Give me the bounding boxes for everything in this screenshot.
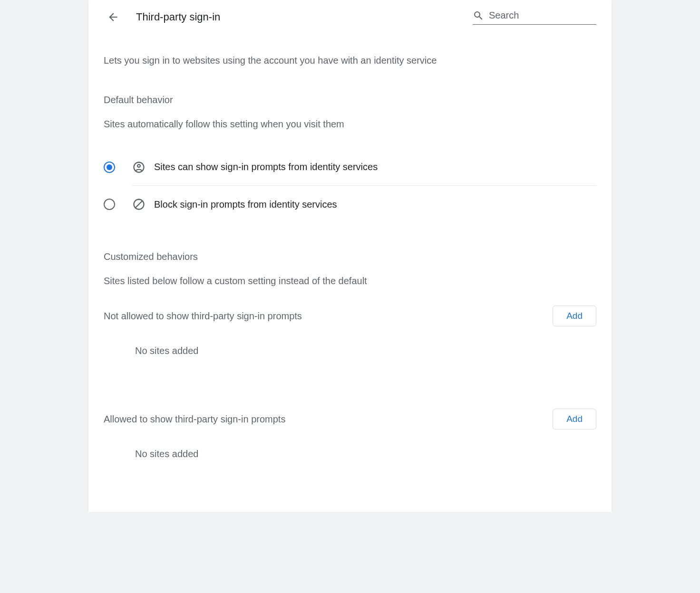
radio-inner-dot [107,164,112,170]
page-description: Lets you sign in to websites using the a… [104,55,596,66]
radio-label-block: Block sign-in prompts from identity serv… [154,199,337,210]
account-circle-icon [132,161,146,174]
add-allowed-button[interactable]: Add [553,409,596,430]
customized-subtext: Sites listed below follow a custom setti… [104,276,596,287]
not-allowed-empty: No sites added [135,345,596,356]
allowed-title: Allowed to show third-party sign-in prom… [104,414,285,425]
default-behavior-section: Default behavior Sites automatically fol… [104,95,596,223]
back-arrow-icon [107,11,119,23]
spacer [104,223,596,251]
radio-option-allow[interactable]: Sites can show sign-in prompts from iden… [104,149,596,186]
radio-button-unchecked [104,199,115,210]
radio-group: Sites can show sign-in prompts from iden… [104,149,596,223]
not-allowed-section: Not allowed to show third-party sign-in … [104,306,596,356]
settings-page: Third-party sign-in Lets you sign in to … [88,0,612,512]
radio-option-block[interactable]: Block sign-in prompts from identity serv… [104,186,596,223]
default-behavior-subtext: Sites automatically follow this setting … [104,119,596,130]
back-button[interactable] [104,8,123,27]
add-not-allowed-button[interactable]: Add [553,306,596,326]
allowed-section: Allowed to show third-party sign-in prom… [104,409,596,459]
not-allowed-title: Not allowed to show third-party sign-in … [104,311,302,322]
spacer [104,380,596,409]
search-container[interactable] [473,10,596,25]
header-left: Third-party sign-in [104,8,220,27]
radio-content: Sites can show sign-in prompts from iden… [132,149,596,186]
radio-label-allow: Sites can show sign-in prompts from iden… [154,162,378,172]
customized-behaviors-section: Customized behaviors Sites listed below … [104,251,596,459]
block-icon [132,198,146,211]
page-header: Third-party sign-in [104,8,596,27]
allowed-empty: No sites added [135,449,596,459]
radio-button-checked [104,162,115,173]
not-allowed-header: Not allowed to show third-party sign-in … [104,306,596,326]
customized-heading: Customized behaviors [104,251,596,262]
page-title: Third-party sign-in [136,11,220,23]
search-input[interactable] [489,10,596,21]
search-icon [473,10,484,21]
allowed-header: Allowed to show third-party sign-in prom… [104,409,596,430]
default-behavior-heading: Default behavior [104,95,596,105]
radio-content: Block sign-in prompts from identity serv… [132,186,596,223]
